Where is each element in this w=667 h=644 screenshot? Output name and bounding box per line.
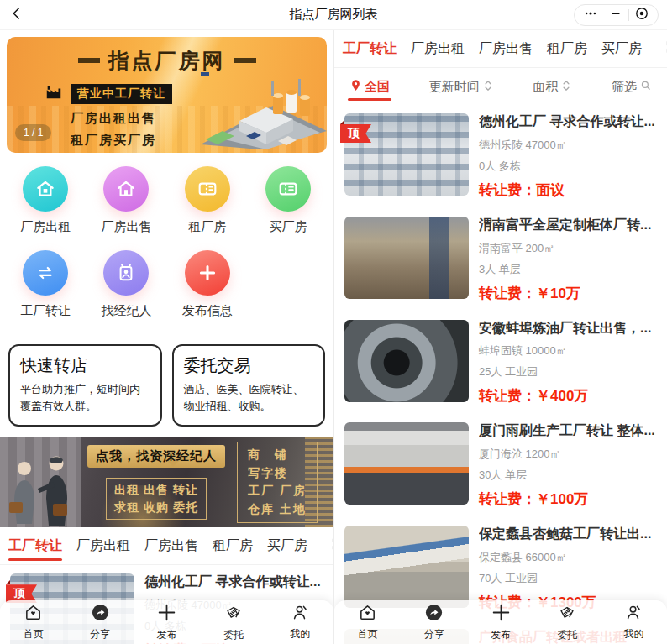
house-icon bbox=[103, 166, 149, 212]
tab-sell[interactable]: 厂房出售 bbox=[144, 527, 198, 564]
listing-meta: 30人 单层 bbox=[479, 468, 657, 483]
share-icon bbox=[91, 603, 110, 626]
split-view: 指点厂房网 营业中工厂转让 厂房出租出售 租厂房买厂房 1 / 1 bbox=[0, 30, 667, 644]
listing-price: 转让费：￥100万 bbox=[479, 490, 657, 509]
listing-item[interactable]: 顶 德州化工厂 寻求合作或转让... 德州乐陵 47000㎡ 0人 多栋 转让费… bbox=[334, 105, 667, 208]
home-icon bbox=[358, 603, 377, 626]
listing-location: 渭南富平 200㎡ bbox=[479, 241, 657, 256]
quick-nav-grid: 厂房出租 厂房出售 租厂房 bbox=[0, 153, 334, 334]
tab-rent-out[interactable]: 厂房出租 bbox=[76, 527, 130, 564]
agent-categories-box: 商 铺 写字楼 工厂 厂房 仓库 土地 bbox=[237, 442, 318, 523]
tabbar-mine[interactable]: 我的 bbox=[601, 600, 667, 644]
listing-photo bbox=[344, 422, 469, 505]
promo-card-fast-transfer[interactable]: 快速转店 平台助力推广，短时间内覆盖有效人群。 bbox=[8, 344, 162, 427]
grid-item-post[interactable]: 发布信息 bbox=[167, 250, 248, 319]
sort-by-time[interactable]: 更新时间 bbox=[429, 68, 494, 105]
banner-line-2: 租厂房买厂房 bbox=[71, 133, 327, 149]
listing-item[interactable]: 渭南富平全屋定制柜体厂转... 渭南富平 200㎡ 3人 单层 转让费：￥10万 bbox=[334, 208, 667, 312]
ticket-icon bbox=[185, 166, 230, 212]
listing-price: 转让费：￥10万 bbox=[479, 284, 657, 303]
chevron-left-icon bbox=[9, 6, 24, 24]
more-dots-icon bbox=[583, 6, 598, 24]
user-icon bbox=[624, 603, 643, 626]
category-grid-icon bbox=[330, 535, 334, 557]
tabbar-entrust[interactable]: 委托 bbox=[200, 600, 266, 644]
tabbar-post[interactable]: 发布 bbox=[134, 600, 200, 644]
home-panel: 指点厂房网 营业中工厂转让 厂房出租出售 租厂房买厂房 1 / 1 bbox=[0, 30, 334, 644]
category-tabs-left: 工厂转让 厂房出租 厂房出售 租厂房 买厂房 bbox=[0, 527, 334, 565]
listing-price: 转让费：￥400万 bbox=[479, 386, 657, 406]
banner-badge: 营业中工厂转让 bbox=[71, 84, 172, 104]
back-button[interactable] bbox=[0, 0, 34, 30]
filter-button[interactable]: 筛选 bbox=[612, 68, 652, 105]
home-icon bbox=[24, 603, 43, 626]
tab-factory-transfer[interactable]: 工厂转让 bbox=[343, 30, 397, 67]
factory-icon bbox=[44, 83, 64, 105]
location-pin-icon bbox=[349, 79, 362, 94]
listing-location: 厦门海沧 1200㎡ bbox=[479, 447, 657, 462]
listing-title: 德州化工厂 寻求合作或转让... bbox=[479, 113, 657, 131]
grid-item-find-agent[interactable]: 找经纪人 bbox=[86, 250, 166, 319]
listing-title: 安徽蚌埠炼油厂转让出售，... bbox=[479, 320, 657, 338]
banner-badge-row: 营业中工厂转让 bbox=[44, 83, 327, 105]
listing-title: 保定蠡县杏鲍菇工厂转让出... bbox=[479, 526, 657, 543]
handshake-icon bbox=[223, 603, 244, 626]
tabbar-home[interactable]: 首页 bbox=[0, 600, 66, 644]
region-filter[interactable]: 全国 bbox=[349, 68, 390, 105]
listing-title: 德州化工厂 寻求合作或转让... bbox=[144, 573, 323, 591]
tabbar-post[interactable]: 发布 bbox=[467, 600, 533, 644]
category-grid-button[interactable] bbox=[330, 535, 334, 557]
more-button[interactable] bbox=[578, 5, 603, 25]
minimize-button[interactable] bbox=[603, 5, 628, 25]
hero-banner[interactable]: 指点厂房网 营业中工厂转让 厂房出租出售 租厂房买厂房 1 / 1 bbox=[7, 37, 327, 153]
tab-sell[interactable]: 厂房出售 bbox=[479, 30, 533, 67]
grid-item-buy-factory[interactable]: 买厂房 bbox=[248, 166, 328, 235]
tab-buy-factory[interactable]: 买厂房 bbox=[601, 30, 642, 67]
tabbar-entrust[interactable]: 委托 bbox=[534, 600, 601, 644]
tab-rent-factory[interactable]: 租厂房 bbox=[547, 30, 587, 67]
listing-title: 渭南富平全屋定制柜体厂转... bbox=[479, 217, 657, 234]
share-icon bbox=[424, 603, 444, 626]
listing-title: 厦门雨刷生产工厂转让 整体... bbox=[479, 422, 657, 440]
filter-bar: 全国 更新时间 面积 筛选 bbox=[334, 68, 667, 105]
listing-meta: 0人 多栋 bbox=[479, 159, 657, 174]
listing-item[interactable]: 厦门雨刷生产工厂转让 整体... 厦门海沧 1200㎡ 30人 单层 转让费：￥… bbox=[334, 414, 667, 517]
plus-icon bbox=[185, 250, 230, 296]
tab-buy-factory[interactable]: 买厂房 bbox=[267, 527, 307, 564]
page-title: 指点厂房网列表 bbox=[0, 7, 667, 23]
businessmen-illustration bbox=[0, 437, 81, 527]
tabbar-mine[interactable]: 我的 bbox=[267, 600, 334, 644]
tab-rent-out[interactable]: 厂房出租 bbox=[411, 30, 465, 67]
miniprogram-capsule bbox=[574, 4, 659, 26]
promo-cards: 快速转店 平台助力推广，短时间内覆盖有效人群。 委托交易 酒店、医美、医院转让、… bbox=[8, 344, 325, 427]
tabbar-home[interactable]: 首页 bbox=[334, 600, 401, 644]
banner-title: 指点厂房网 bbox=[7, 47, 327, 75]
grid-item-rent-factory[interactable]: 租厂房 bbox=[167, 166, 248, 235]
listing-photo bbox=[344, 526, 469, 608]
promo-card-entrusted-deal[interactable]: 委托交易 酒店、医美、医院转让、物业招租、收购。 bbox=[172, 344, 326, 427]
exit-circle-icon bbox=[634, 6, 649, 24]
agent-services-box: 出租 出售 转让 求租 收购 委托 bbox=[106, 478, 207, 520]
listing-price: 转让费：面议 bbox=[479, 181, 657, 200]
sort-arrows-icon bbox=[482, 79, 494, 95]
ticket-icon bbox=[265, 166, 311, 212]
house-icon bbox=[23, 166, 68, 212]
sort-arrows-icon bbox=[560, 79, 572, 95]
sort-by-area[interactable]: 面积 bbox=[533, 68, 572, 105]
grid-item-transfer[interactable]: 工厂转让 bbox=[5, 250, 86, 319]
listing-meta: 3人 单层 bbox=[479, 262, 657, 277]
tab-factory-transfer[interactable]: 工厂转让 bbox=[8, 527, 62, 564]
tabbar-share[interactable]: 分享 bbox=[66, 600, 133, 644]
tab-rent-factory[interactable]: 租厂房 bbox=[213, 527, 253, 564]
listing-item[interactable]: 安徽蚌埠炼油厂转让出售，... 蚌埠固镇 10000㎡ 25人 工业园 转让费：… bbox=[334, 312, 667, 415]
grid-item-sell[interactable]: 厂房出售 bbox=[86, 166, 166, 235]
listing-meta: 70人 工业园 bbox=[479, 571, 657, 586]
tabbar-share[interactable]: 分享 bbox=[401, 600, 467, 644]
agent-banner[interactable]: 点我，找资深经纪人 出租 出售 转让 求租 收购 委托 商 铺 写字楼 工厂 厂… bbox=[0, 437, 334, 527]
grid-item-rent-out[interactable]: 厂房出租 bbox=[5, 166, 86, 235]
category-tabs-right: 工厂转让 厂房出租 厂房出售 租厂房 买厂房 bbox=[334, 30, 667, 68]
navbar: 指点厂房网列表 bbox=[0, 0, 667, 30]
agent-banner-text: 点我，找资深经纪人 出租 出售 转让 求租 收购 委托 bbox=[87, 445, 225, 520]
exit-button[interactable] bbox=[629, 5, 654, 25]
bottom-tabbar-right: 首页 分享 发布 委托 我的 bbox=[334, 600, 667, 644]
